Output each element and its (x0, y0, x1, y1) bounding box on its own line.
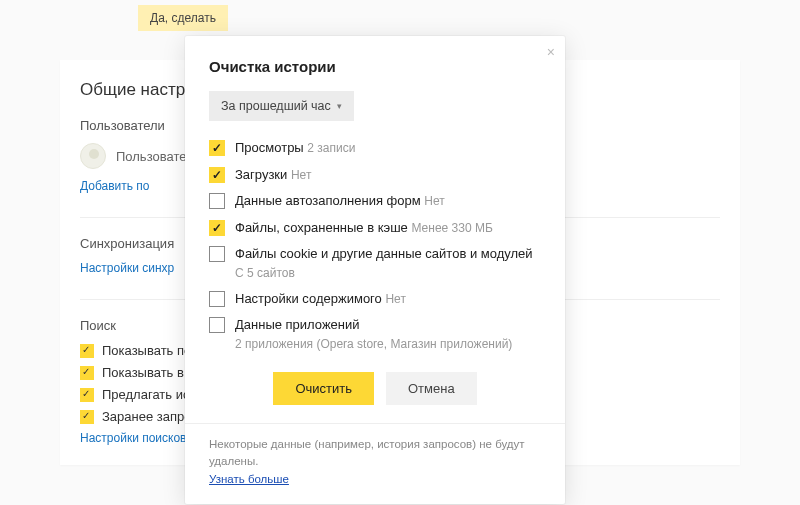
checkbox-unchecked-icon[interactable] (209, 317, 225, 333)
option-subtext: С 5 сайтов (235, 265, 533, 281)
cancel-button[interactable]: Отмена (386, 372, 477, 405)
option-subtext: Нет (424, 194, 444, 208)
checkbox-unchecked-icon[interactable] (209, 193, 225, 209)
time-range-select[interactable]: За прошедший час ▾ (209, 91, 354, 121)
option-label: Настройки содержимого Нет (235, 290, 406, 308)
history-option-row[interactable]: Загрузки Нет (209, 166, 541, 184)
option-subtext: Нет (385, 292, 405, 306)
option-subtext: 2 приложения (Opera store, Магазин прило… (235, 336, 512, 352)
checkbox-checked-icon[interactable] (209, 220, 225, 236)
option-subtext: 2 записи (307, 141, 355, 155)
option-subtext: Менее 330 МБ (411, 221, 492, 235)
option-label: Файлы, сохраненные в кэше Менее 330 МБ (235, 219, 493, 237)
footer-note: Некоторые данные (например, история запр… (209, 438, 525, 467)
checkbox-checked-icon[interactable] (209, 140, 225, 156)
history-option-row[interactable]: Файлы cookie и другие данные сайтов и мо… (209, 245, 541, 281)
history-option-row[interactable]: Данные автозаполнения форм Нет (209, 192, 541, 210)
checkbox-checked-icon[interactable] (209, 167, 225, 183)
close-icon[interactable]: × (547, 44, 555, 60)
history-option-row[interactable]: Данные приложений2 приложения (Opera sto… (209, 316, 541, 352)
learn-more-link[interactable]: Узнать больше (209, 473, 289, 485)
time-range-value: За прошедший час (221, 99, 331, 113)
clear-history-dialog: × Очистка истории За прошедший час ▾ Про… (185, 36, 565, 504)
checkbox-unchecked-icon[interactable] (209, 246, 225, 262)
option-subtext: Нет (291, 168, 311, 182)
history-option-row[interactable]: Настройки содержимого Нет (209, 290, 541, 308)
option-label: Данные автозаполнения форм Нет (235, 192, 445, 210)
option-label: Данные приложений2 приложения (Opera sto… (235, 316, 512, 352)
option-label: Загрузки Нет (235, 166, 311, 184)
checkbox-unchecked-icon[interactable] (209, 291, 225, 307)
dialog-title: Очистка истории (209, 58, 541, 75)
history-option-row[interactable]: Файлы, сохраненные в кэше Менее 330 МБ (209, 219, 541, 237)
history-option-row[interactable]: Просмотры 2 записи (209, 139, 541, 157)
option-label: Просмотры 2 записи (235, 139, 355, 157)
option-label: Файлы cookie и другие данные сайтов и мо… (235, 245, 533, 281)
clear-button[interactable]: Очистить (273, 372, 374, 405)
dialog-footer: Некоторые данные (например, история запр… (185, 423, 565, 504)
chevron-down-icon: ▾ (337, 101, 342, 111)
